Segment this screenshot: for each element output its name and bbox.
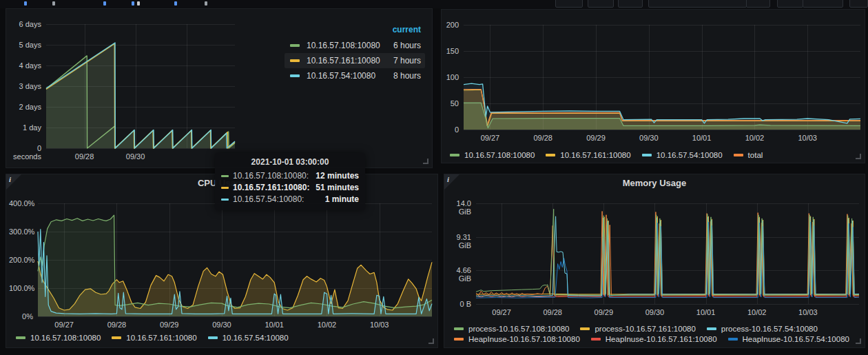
x-axis-tick-label: 09/28 [532,308,573,316]
legend-color-dash [734,154,743,156]
x-axis-tick-label: 09/29 [575,134,617,142]
toolbar-button[interactable] [618,0,643,8]
cropped-text-fragment [137,1,140,6]
top-toolbar [0,0,868,8]
toolbar-button[interactable] [588,0,614,8]
y-axis-tick-label: 400.0% [9,199,33,207]
legend-item[interactable]: 10.16.57.54:10080 [208,334,289,342]
toolbar-button[interactable] [648,0,747,8]
chart-area[interactable]: 05010015020009/2709/2809/2909/3010/0110/… [446,15,863,145]
y-axis-tick-label: 200.0% [9,256,33,264]
y-axis-tick-label: 4 days [10,61,41,70]
legend-current-value: 6 hours [386,41,421,50]
series-line [476,226,859,297]
y-axis-tick-label: 2 days [10,103,41,111]
x-axis-tick-label: 10/02 [734,134,775,142]
tooltip-series-name: 10.16.57.161:10080: [233,182,316,194]
x-axis-tick-label: 09/28 [64,152,105,161]
toolbar-button[interactable] [849,0,868,8]
legend-item[interactable]: 10.16.57.161:10080 [112,334,196,342]
tooltip-timestamp: 2021-10-01 03:00:00 [221,157,359,170]
panel-resize-handle[interactable] [856,154,861,159]
legend-label: process-10.16.57.161:10080 [595,325,695,333]
legend-table: current10.16.57.108:100806 hours10.16.57… [285,24,425,83]
x-axis-tick-label: 10/01 [681,134,723,142]
legend-item[interactable]: 10.16.57.54:10080 [642,151,723,159]
panel-resize-handle[interactable] [423,159,428,164]
tooltip-color-dash [221,187,229,189]
series-line [476,209,859,295]
legend-current-value: 7 hours [386,56,421,65]
legend-color-dash [454,338,464,341]
y-axis-tick-label: 200 [446,21,459,29]
tooltip-row: 10.16.57.54:10080:1 minute [221,194,359,205]
legend-item[interactable]: 10.16.57.108:10080 [16,334,101,342]
y-axis-tick-label: 50 [446,99,459,108]
series-line [476,216,859,294]
chart-canvas [447,192,863,319]
legend-label: 10.16.57.54:10080 [657,151,723,159]
chart-canvas [10,16,236,165]
y-axis-tick-label: 0 B [447,300,471,308]
panel-resize-handle[interactable] [428,338,434,344]
legend-item[interactable]: process-10.16.57.161:10080 [580,325,695,333]
series-line [476,212,859,296]
tooltip-series-value: 1 minute [325,194,359,205]
y-axis-tick-label: 14.0 GiB [447,199,471,216]
legend-color-dash [16,336,25,339]
legend-item[interactable]: total [734,151,763,159]
tooltip-series-value: 51 minutes [316,182,359,194]
legend-table-row[interactable]: 10.16.57.161:100807 hours [285,53,425,68]
legend-item[interactable]: HeapInuse-10.16.57.54:10080 [728,335,849,343]
panel-title[interactable]: Memory Usage [444,178,865,188]
y-axis-tick-label: 0 [446,125,459,134]
legend-item[interactable]: process-10.16.57.108:10080 [454,325,569,333]
legend-color-dash [112,336,121,339]
panel-resize-handle[interactable] [856,338,861,344]
chart-canvas [9,192,436,332]
legend-item[interactable]: 10.16.57.108:10080 [450,151,535,159]
x-axis-tick-label: 10/03 [787,308,829,316]
chart-area[interactable]: 0 seconds1 day2 days3 days4 days5 days6 … [10,16,236,165]
x-axis-tick-label: 09/28 [96,321,137,329]
panel-memory-usage: i Memory Usage 0 B4.66 GiB9.31 GiB14.0 G… [444,174,865,348]
legend-color-dash [290,59,300,62]
legend-item[interactable]: HeapInuse-10.16.57.108:10080 [454,335,580,343]
legend-color-dash [546,154,555,156]
legend-table-row[interactable]: 10.16.57.54:100808 hours [285,68,425,83]
legend-color-dash [290,74,300,77]
legend-color-dash [454,327,464,330]
x-axis-tick-label: 09/27 [481,308,522,316]
cropped-text-fragment [103,1,106,6]
y-axis-tick-label: 300.0% [9,227,33,236]
x-axis-tick-label: 10/01 [254,321,295,329]
x-axis-tick-label: 10/03 [359,321,400,329]
x-axis-tick-label: 09/30 [201,321,242,329]
panel-connections: 05010015020009/2709/2809/2909/3010/0110/… [441,9,865,163]
toolbar-button[interactable] [746,0,770,8]
legend-label: process-10.16.57.54:10080 [721,325,818,333]
chart-area[interactable]: 0%100.0%200.0%300.0%400.0%09/2709/2809/2… [9,192,436,332]
y-axis-tick-label: 100 [446,73,459,81]
y-axis-tick-label: 6 days [10,20,41,28]
y-axis-tick-label: 100.0% [9,284,33,292]
legend-table-row[interactable]: 10.16.57.108:100806 hours [285,38,425,53]
y-axis-tick-label: 5 days [10,41,41,49]
x-axis-tick-label: 10/01 [685,308,727,316]
x-axis-tick-label: 10/02 [736,308,778,316]
cropped-text-fragment [24,1,27,6]
toolbar-button[interactable] [777,0,803,8]
toolbar-button[interactable] [803,0,843,8]
legend-item[interactable]: 10.16.57.161:10080 [546,151,630,159]
legend-label: HeapInuse-10.16.57.54:10080 [743,335,849,343]
x-axis-tick-label: 09/30 [115,152,156,161]
x-axis-tick-label: 09/28 [522,134,564,142]
tooltip-series-name: 10.16.57.108:10080: [233,170,316,182]
legend-label: process-10.16.57.108:10080 [468,325,569,333]
legend-color-dash [290,44,300,47]
toolbar-button[interactable] [555,0,583,8]
legend-item[interactable]: process-10.16.57.54:10080 [707,325,818,333]
legend-column-header-current[interactable]: current [285,24,425,38]
legend-item[interactable]: HeapInuse-10.16.57.161:10080 [591,335,717,343]
chart-area[interactable]: 0 B4.66 GiB9.31 GiB14.0 GiB09/2709/2809/… [447,192,863,319]
